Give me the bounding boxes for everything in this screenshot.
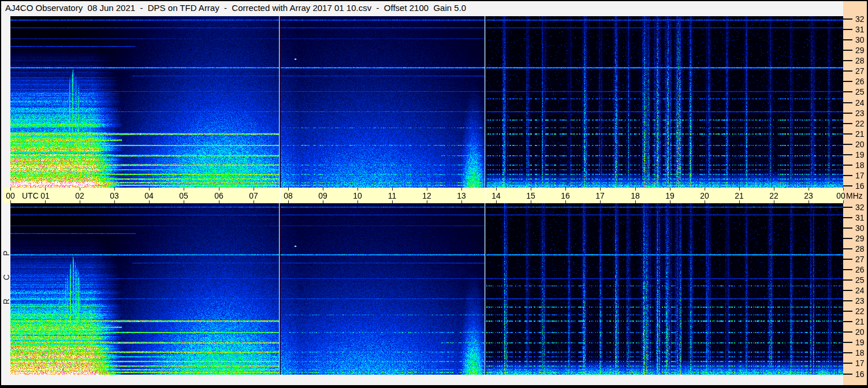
event-line-axis-gap [280,188,281,203]
time-tick [427,188,427,191]
time-tick [774,188,774,191]
freq-tick-label: 20 [855,327,867,337]
time-tick-label: 00 [830,191,851,200]
rcp-polarization-label: R C P [2,188,10,359]
freq-tick [843,123,852,124]
time-tick [705,188,705,191]
time-tick [531,188,531,191]
freq-tick-label: 29 [855,46,867,55]
freq-tick [843,207,852,208]
freq-tick-label: 27 [855,66,867,76]
time-tick-label: 05 [173,191,194,200]
time-tick-label: 00 [0,191,21,200]
time-tick-label: 08 [278,191,299,200]
time-tick [114,188,115,191]
freq-tick [843,311,852,312]
time-tick [461,200,462,203]
freq-tick [843,60,852,61]
freq-tick-label: 32 [855,203,867,212]
time-tick [45,188,46,191]
freq-tick-label: 18 [855,348,867,357]
time-tick-label: 04 [139,191,159,200]
freq-tick [843,217,852,218]
freq-tick [843,238,852,239]
freq-tick-label: 31 [855,25,867,34]
time-tick [114,200,115,203]
time-tick [357,188,358,191]
time-tick-label: 19 [660,191,680,200]
time-tick-label: 15 [520,191,541,200]
time-tick [705,200,705,203]
freq-tick-label: 30 [855,223,867,233]
freq-tick-label: 17 [855,171,867,180]
freq-tick [843,363,852,364]
time-tick [635,188,636,191]
freq-tick-label: 16 [855,181,867,191]
freq-tick-label: 23 [855,109,867,118]
freq-tick [843,39,852,40]
freq-tick [843,227,852,229]
freq-tick [843,144,852,145]
time-tick-label: 02 [69,191,90,200]
freq-tick [843,331,852,333]
time-tick-label: 21 [729,191,750,200]
freq-tick-label: 25 [855,275,867,285]
dps-window: AJ4CO Observatory 08 Jun 2021 - DPS on T… [0,0,868,388]
freq-tick [843,290,852,291]
freq-tick [843,321,852,322]
time-tick-label: 17 [590,191,610,200]
freq-tick [843,185,852,186]
time-tick [496,200,497,203]
time-tick [670,188,670,191]
rcp-spectrogram-canvas [10,16,843,188]
time-tick [427,200,427,203]
time-tick [843,188,844,191]
freq-tick [843,133,852,135]
time-tick [357,200,358,203]
time-tick [600,188,601,191]
freq-tick-label: 20 [855,140,867,149]
freq-tick-label: 22 [855,119,867,128]
freq-tick [843,300,852,301]
freq-tick [843,50,852,51]
time-tick-label: 13 [451,191,472,200]
time-tick [809,200,809,203]
freq-tick [843,102,852,103]
time-tick-label: 01 [35,191,55,200]
time-tick-label: 12 [416,191,437,200]
time-tick-label: 09 [312,191,333,200]
freq-tick-label: 22 [855,307,867,316]
time-tick [496,188,497,191]
time-tick-label: 11 [382,191,403,200]
freq-tick-label: 19 [855,150,867,159]
freq-tick-label: 30 [855,35,867,44]
freq-tick-label: 16 [855,370,867,379]
freq-tick-label: 28 [855,56,867,65]
time-tick [219,188,219,191]
freq-tick [843,29,852,30]
time-tick [10,200,11,203]
freq-tick [843,259,852,260]
time-tick [809,188,809,191]
freq-tick [843,165,852,166]
freq-tick [843,374,852,375]
freq-tick-label: 31 [855,213,867,222]
time-tick-label: 16 [555,191,576,200]
freq-tick [843,18,852,20]
time-tick-label: 22 [763,191,784,200]
freq-tick-label: 26 [855,77,867,86]
time-tick-label: 06 [208,191,229,200]
page-title: AJ4CO Observatory 08 Jun 2021 - DPS on T… [5,3,466,13]
freq-tick [843,113,852,114]
freq-tick-label: 23 [855,296,867,305]
freq-tick-label: 24 [855,98,867,107]
time-tick-label: 23 [798,191,819,200]
freq-tick-label: 28 [855,244,867,253]
freq-tick [843,70,852,72]
time-tick [45,200,46,203]
time-tick [461,188,462,191]
freq-tick [843,81,852,82]
freq-tick-label: 18 [855,161,867,170]
event-line-axis-gap [485,188,486,203]
lcp-polarization-label: L C P [2,375,10,388]
